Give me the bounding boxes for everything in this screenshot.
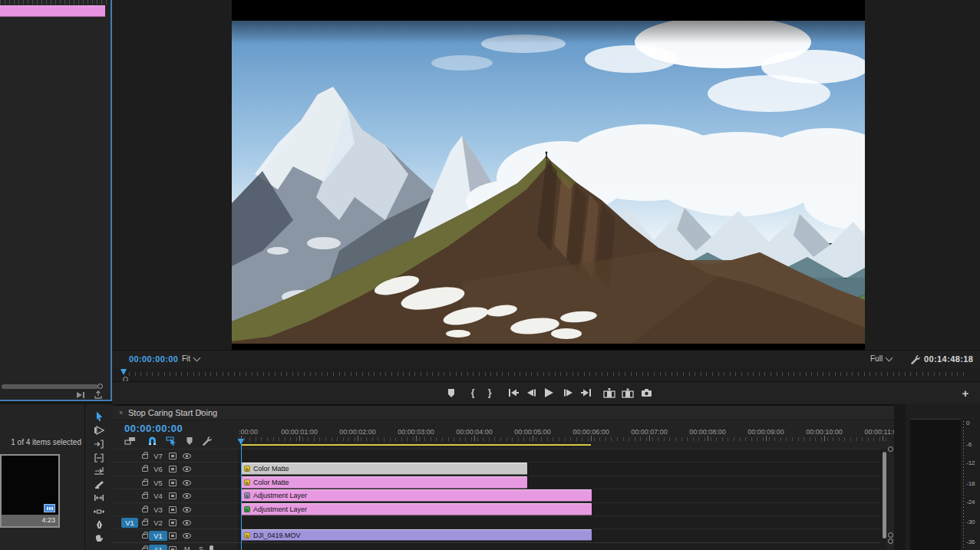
ripple-edit-tool[interactable]: [93, 438, 105, 450]
track-name[interactable]: V6: [149, 464, 167, 474]
slip-tool[interactable]: [93, 492, 105, 504]
mark-in-icon[interactable]: {: [466, 386, 480, 400]
clip-adjustment-layer-v4[interactable]: fx Adjustment Layer: [242, 489, 592, 502]
monitor-playhead[interactable]: [120, 369, 127, 375]
mini-horizontal-scrollbar[interactable]: [2, 384, 98, 389]
lock-icon[interactable]: [142, 521, 148, 525]
track-header-v6[interactable]: V6: [113, 462, 238, 475]
zoom-level-select[interactable]: Fit: [182, 354, 200, 363]
export-frame-icon[interactable]: [639, 386, 653, 400]
lock-icon[interactable]: [142, 454, 148, 459]
track-visibility-eye-icon[interactable]: [183, 480, 191, 486]
track-visibility-eye-icon[interactable]: [183, 493, 191, 499]
insert-overwrite-nest-icon[interactable]: [124, 435, 136, 446]
export-icon[interactable]: [94, 390, 103, 400]
track-header-v5[interactable]: V5: [113, 476, 238, 489]
track-height-handle[interactable]: [888, 538, 893, 544]
add-marker-icon[interactable]: [444, 386, 458, 400]
sync-lock-icon[interactable]: [169, 479, 177, 486]
timeline-current-timecode[interactable]: 00:00:00:00: [124, 423, 183, 434]
sync-lock-icon[interactable]: [169, 546, 177, 550]
clip-color-matte-v6[interactable]: fx Color Matte: [242, 463, 527, 475]
play-icon[interactable]: [542, 386, 556, 400]
mini-scrollbar-handle[interactable]: [97, 384, 103, 389]
clip-dji-0419-v1[interactable]: fx DJI_0419.MOV: [242, 529, 592, 541]
scrollbar-handle-bottom[interactable]: [888, 532, 893, 538]
source-patch-badge[interactable]: V1: [121, 518, 138, 528]
sync-lock-icon[interactable]: [169, 492, 177, 499]
play-edge-icon[interactable]: [76, 391, 85, 399]
sync-lock-icon[interactable]: [169, 506, 177, 513]
track-select-forward-tool[interactable]: [93, 424, 105, 436]
playback-resolution-select[interactable]: Full: [870, 354, 892, 363]
monitor-current-timecode[interactable]: 00:00:00:00: [129, 354, 178, 364]
track-header-v1[interactable]: V1: [113, 529, 238, 542]
lock-icon[interactable]: [142, 467, 148, 472]
linked-selection-icon[interactable]: [165, 435, 177, 446]
close-icon[interactable]: ×: [119, 409, 123, 417]
lock-icon[interactable]: [142, 494, 148, 499]
go-to-in-icon[interactable]: [506, 386, 520, 400]
work-area-bar[interactable]: [242, 444, 591, 446]
track-lane-v7[interactable]: [238, 449, 880, 462]
timeline-vertical-scrollbar[interactable]: [883, 452, 886, 538]
track-name[interactable]: V5: [149, 478, 167, 488]
add-marker-icon[interactable]: [183, 435, 196, 446]
wrench-icon[interactable]: [910, 354, 921, 365]
sequence-tab-title[interactable]: Stop Caring Start Doing: [128, 408, 217, 417]
mini-timeline-clip[interactable]: [0, 5, 105, 17]
clip-adjustment-layer-v3[interactable]: fx Adjustment Layer: [242, 503, 592, 515]
extract-icon[interactable]: [621, 386, 635, 400]
clip-thumbnail[interactable]: 4:23: [0, 454, 60, 528]
slide-tool[interactable]: [93, 506, 105, 518]
solo-button[interactable]: S: [199, 545, 203, 550]
mark-out-icon[interactable]: }: [483, 386, 497, 400]
track-name[interactable]: V2: [149, 518, 167, 528]
mute-button[interactable]: M: [184, 545, 190, 550]
pen-tool[interactable]: [93, 519, 105, 531]
lock-icon[interactable]: [142, 508, 148, 512]
sync-lock-icon[interactable]: [169, 532, 177, 539]
thumbnail-image[interactable]: [2, 456, 58, 515]
rolling-edit-tool[interactable]: [93, 452, 105, 464]
track-visibility-eye-icon[interactable]: [183, 520, 191, 525]
track-lane-v2[interactable]: [238, 515, 880, 529]
snap-magnet-icon[interactable]: [146, 435, 158, 446]
seek-ruler[interactable]: [129, 372, 968, 376]
step-back-icon[interactable]: [524, 386, 538, 400]
scrollbar-handle-top[interactable]: [888, 446, 893, 452]
timeline-playhead[interactable]: [238, 439, 244, 445]
track-lane-a1[interactable]: [238, 542, 880, 550]
lock-icon[interactable]: [142, 534, 148, 538]
panel-menu-icon[interactable]: ≡: [199, 408, 203, 417]
track-visibility-eye-icon[interactable]: [183, 466, 191, 472]
lock-icon[interactable]: [142, 481, 148, 486]
monitor-seek-bar[interactable]: [112, 368, 980, 381]
go-to-out-icon[interactable]: [579, 386, 592, 400]
razor-tool[interactable]: [93, 479, 105, 491]
clip-color-matte-v5[interactable]: fx Color Matte: [242, 476, 527, 489]
selection-tool[interactable]: [93, 410, 105, 423]
step-forward-icon[interactable]: [561, 386, 575, 400]
mini-timeline-ruler[interactable]: [0, 0, 112, 5]
secondary-timeline-panel[interactable]: [0, 0, 112, 401]
sync-lock-icon[interactable]: [169, 519, 177, 526]
track-visibility-eye-icon[interactable]: [183, 533, 191, 538]
rate-stretch-tool[interactable]: [93, 465, 105, 477]
track-header-a1[interactable]: A1 M S: [113, 542, 238, 550]
timeline-settings-wrench-icon[interactable]: [201, 435, 213, 446]
hand-tool[interactable]: [93, 532, 105, 545]
track-name[interactable]: A1: [149, 545, 167, 550]
track-visibility-eye-icon[interactable]: [183, 507, 191, 512]
track-visibility-eye-icon[interactable]: [183, 453, 191, 459]
sync-lock-icon[interactable]: [169, 453, 177, 459]
track-name[interactable]: V1: [149, 531, 167, 541]
track-name[interactable]: V3: [149, 505, 167, 515]
track-name[interactable]: V4: [149, 491, 167, 501]
track-header-v4[interactable]: V4: [113, 489, 238, 502]
sync-lock-icon[interactable]: [169, 466, 177, 473]
track-header-v2[interactable]: V1 V2: [113, 515, 238, 529]
track-header-v7[interactable]: V7: [113, 449, 238, 462]
track-name[interactable]: V7: [149, 451, 167, 461]
voiceover-mic-icon[interactable]: [210, 545, 213, 550]
